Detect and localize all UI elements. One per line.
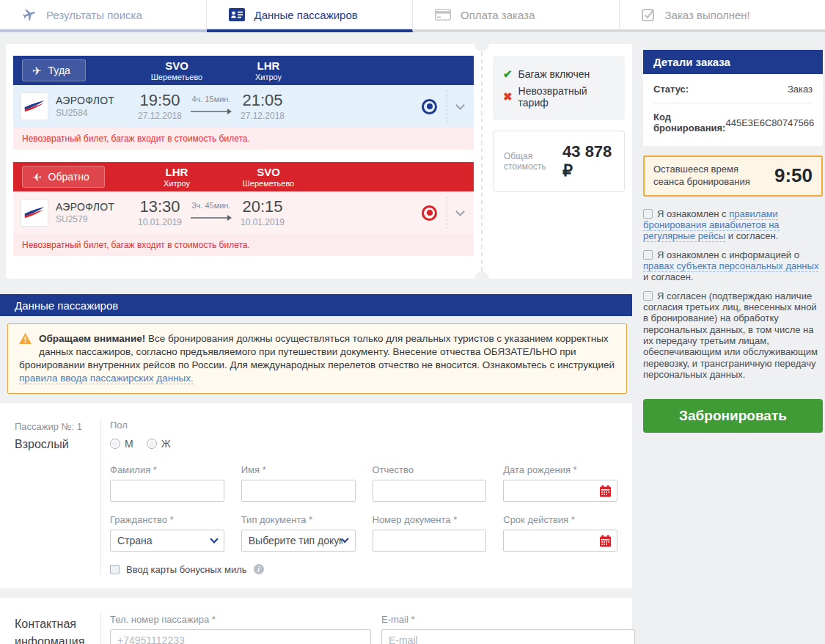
arrow-right-icon xyxy=(191,214,232,222)
radio-icon[interactable] xyxy=(147,439,157,449)
session-timer-box: Оставшееся время сеанса бронирования 9:5… xyxy=(643,155,823,197)
arrival-airport: SVO Шереметьево xyxy=(224,166,312,189)
tab-order-complete[interactable]: Заказ выполнен! xyxy=(620,0,825,32)
tab-label: Заказ выполнен! xyxy=(665,9,750,21)
fare-label: Невозвратный тариф xyxy=(518,85,615,109)
return-header: ✈ Обратно LHR Хитроу SVO Шереметьево xyxy=(13,162,474,191)
agreement-checkbox[interactable] xyxy=(643,209,653,219)
personal-data-rights-link[interactable]: правах субъекта персональных данных xyxy=(643,260,818,272)
airport-code: LHR xyxy=(224,59,312,73)
book-button[interactable]: Забронировать xyxy=(643,399,823,433)
outbound-direction-button[interactable]: ✈ Туда xyxy=(22,59,86,81)
radio-icon[interactable] xyxy=(110,439,120,449)
agreement-item-data-processing: Я согласен (подтверждаю наличие согласия… xyxy=(643,290,823,381)
id-card-icon xyxy=(229,8,245,21)
duration-block: 3ч. 45мин. xyxy=(189,201,233,224)
tab-payment[interactable]: Оплата заказа xyxy=(413,0,620,32)
agreement-text: Я ознакомлен с xyxy=(657,208,729,219)
lastname-input[interactable] xyxy=(110,480,224,502)
flights-column: ✈ Туда SVO Шереметьево LHR Хитроу xyxy=(6,56,475,268)
agreement-text: Я ознакомлен с информацией о xyxy=(657,249,799,260)
airport-code: SVO xyxy=(224,166,312,179)
tab-search-results[interactable]: Результаты поиска xyxy=(0,0,207,32)
phone-input[interactable] xyxy=(110,629,371,644)
status-value: Заказ xyxy=(788,84,813,95)
booking-code-value: 445E3E6C80747566 xyxy=(725,117,814,128)
tab-passenger-data[interactable]: Данные пассажиров xyxy=(207,0,414,32)
bonus-miles-checkbox[interactable] xyxy=(110,565,120,574)
outbound-flight-card: ✈ Туда SVO Шереметьево LHR Хитроу xyxy=(13,56,474,150)
plane-right-icon: ✈ xyxy=(32,65,42,76)
citizenship-select[interactable]: Страна xyxy=(110,530,224,552)
calendar-icon[interactable] xyxy=(599,485,612,500)
agreement-item-personal-data-rights: Я ознакомлен с информацией о правах субъ… xyxy=(643,249,823,283)
fare-summary-column: ✔ Багаж включен ✖ Невозвратный тариф Общ… xyxy=(475,56,632,268)
passenger-side-label: Пассажир №: 1 Взрослый xyxy=(0,418,100,575)
calendar-icon[interactable] xyxy=(599,535,612,550)
passenger-number-label: Пассажир №: 1 xyxy=(15,421,93,432)
airline-name: АЭРОФЛОТ xyxy=(56,201,131,213)
firstname-input[interactable] xyxy=(241,480,356,502)
departure-time: 19:50 xyxy=(131,92,189,109)
attention-notice: Обращаем внимание! Все бронирования долж… xyxy=(7,323,627,394)
tab-label: Оплата заказа xyxy=(461,9,535,21)
contact-title: Контактная информация xyxy=(15,615,93,644)
chevron-down-icon xyxy=(210,535,218,543)
chevron-down-icon[interactable] xyxy=(455,207,465,216)
firstname-label: Имя * xyxy=(241,464,356,475)
arrival-airport: LHR Хитроу xyxy=(224,59,312,82)
direction-label: Обратно xyxy=(48,171,89,183)
duration-label: 3ч. 45мин. xyxy=(189,201,233,210)
lastname-label: Фамилия * xyxy=(110,464,224,475)
return-direction-button[interactable]: ✈ Обратно xyxy=(22,166,105,188)
document-number-input[interactable] xyxy=(373,530,487,552)
return-flight-row[interactable]: АЭРОФЛОТ SU2579 13:30 10.01.2019 3ч. 45м… xyxy=(13,191,474,234)
total-price-box: Общая стоимость 43 878 ₽ xyxy=(493,131,625,192)
passenger-data-rules-link[interactable]: правила ввода пассажирских данных. xyxy=(19,373,194,384)
document-type-select[interactable]: Выберите тип докумен xyxy=(241,530,356,552)
middlename-input[interactable] xyxy=(373,480,487,502)
agreement-text: и согласен. xyxy=(725,230,778,241)
gender-female-option[interactable]: Ж xyxy=(147,438,171,450)
email-input[interactable] xyxy=(381,629,635,644)
flight-selected-radio[interactable] xyxy=(422,99,437,114)
baggage-label: Багаж включен xyxy=(518,68,590,80)
tab-label: Данные пассажиров xyxy=(254,9,358,21)
bonus-miles-label: Ввод карты бонусных миль xyxy=(126,564,247,575)
gender-male-label: М xyxy=(125,438,133,450)
departure-time-block: 19:50 27.12.2018 xyxy=(131,92,189,121)
tab-label: Результаты поиска xyxy=(46,9,142,21)
order-details-title: Детали заказа xyxy=(643,50,823,74)
citizenship-label: Гражданство * xyxy=(110,514,224,525)
info-icon[interactable]: i xyxy=(254,564,264,574)
passenger-data-section-header: Данные пассажиров xyxy=(0,294,632,316)
fare-features-box: ✔ Багаж включен ✖ Невозвратный тариф xyxy=(493,56,625,120)
docnumber-label: Номер документа * xyxy=(373,514,487,525)
agreement-checkbox[interactable] xyxy=(643,291,653,301)
arrival-time: 20:15 xyxy=(233,198,292,216)
agreement-checkbox[interactable] xyxy=(643,250,653,260)
arrival-time: 21:05 xyxy=(233,92,292,109)
divider xyxy=(447,197,447,229)
booking-code-label: Код бронирования: xyxy=(653,111,725,133)
check-icon: ✔ xyxy=(503,67,513,81)
airport-name: Хитроу xyxy=(133,179,221,189)
outbound-flight-row[interactable]: АЭРОФЛОТ SU2584 19:50 27.12.2018 4ч. 15м… xyxy=(13,85,474,128)
arrival-time-block: 20:15 10.01.2019 xyxy=(233,198,292,227)
chevron-down-icon[interactable] xyxy=(455,100,465,110)
order-details-sidebar: Детали заказа Статус: Заказ Код брониров… xyxy=(643,50,823,644)
fare-note: Невозвратный билет, багаж входит в стоим… xyxy=(13,234,474,256)
warning-triangle-icon xyxy=(19,333,32,348)
validity-label: Срок действия * xyxy=(503,514,617,525)
divider xyxy=(447,90,447,122)
timer-value: 9:50 xyxy=(774,164,813,187)
airline-block: АЭРОФЛОТ SU2584 xyxy=(56,95,131,118)
flight-selected-radio[interactable] xyxy=(422,205,437,221)
departure-date: 27.12.2018 xyxy=(131,111,189,121)
doctype-value: Выберите тип докумен xyxy=(249,535,343,546)
total-label: Общая стоимость xyxy=(504,151,562,172)
airline-block: АЭРОФЛОТ SU2579 xyxy=(56,201,131,224)
passenger-type-label: Взрослый xyxy=(15,438,93,451)
gender-male-option[interactable]: М xyxy=(110,438,133,450)
fare-row: ✖ Невозвратный тариф xyxy=(503,83,615,111)
